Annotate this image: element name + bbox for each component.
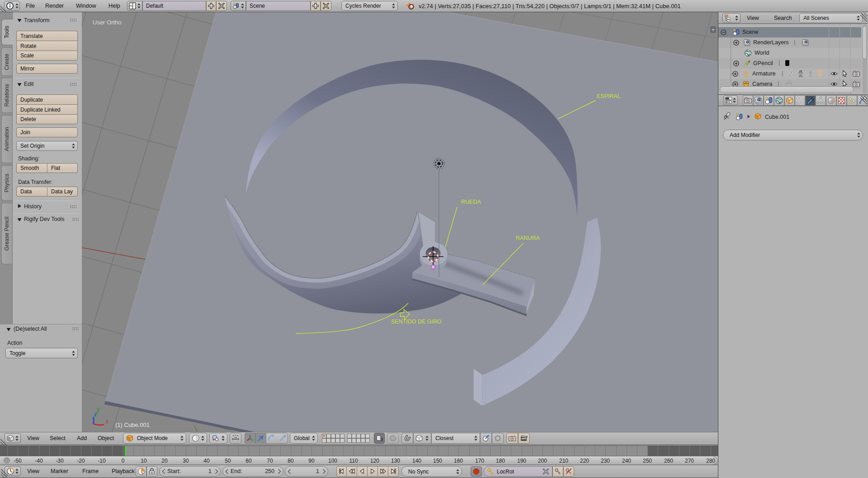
svg-text:z: z bbox=[94, 411, 97, 417]
svg-text:SENTIDO DE GIRO: SENTIDO DE GIRO bbox=[391, 319, 442, 325]
svg-text:y: y bbox=[97, 406, 99, 412]
svg-text:x: x bbox=[106, 418, 108, 425]
svg-text:(1) Cube.001: (1) Cube.001 bbox=[115, 422, 150, 428]
svg-text:RUEDA: RUEDA bbox=[461, 199, 481, 205]
svg-text:ESPIRAL: ESPIRAL bbox=[597, 93, 621, 99]
svg-text:RANURA: RANURA bbox=[516, 235, 540, 241]
svg-text:User Ortho: User Ortho bbox=[93, 19, 122, 26]
svg-text:+: + bbox=[712, 27, 715, 33]
